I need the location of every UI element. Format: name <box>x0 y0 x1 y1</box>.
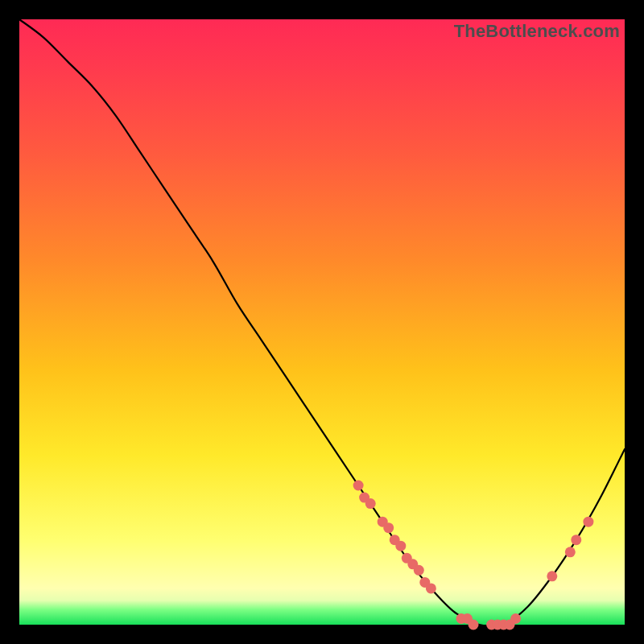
curve-marker <box>414 565 424 576</box>
chart-frame: TheBottleneck.com <box>19 19 625 625</box>
curve-marker <box>365 498 376 509</box>
curve-marker <box>547 571 557 581</box>
curve-marker <box>383 522 394 533</box>
curve-marker <box>571 535 581 545</box>
curve-marker <box>565 547 576 557</box>
curve-marker <box>353 481 364 491</box>
curve-marker <box>469 620 479 630</box>
watermark-text: TheBottleneck.com <box>454 21 620 42</box>
bottleneck-curve <box>19 19 625 626</box>
curve-marker <box>583 517 593 527</box>
curve-marker <box>510 613 521 624</box>
chart-svg <box>19 19 625 625</box>
curve-markers <box>353 481 594 630</box>
curve-marker <box>426 583 436 593</box>
curve-marker <box>395 541 406 551</box>
